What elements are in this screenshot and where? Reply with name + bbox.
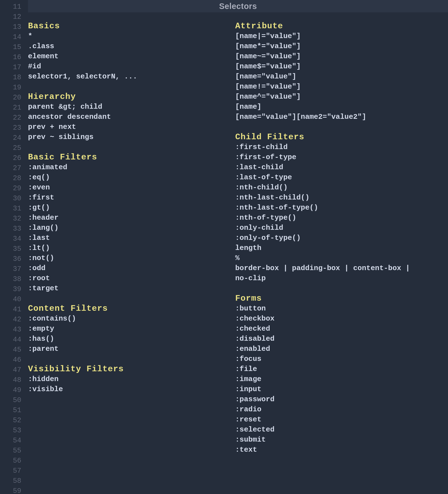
section: Visibility Filters:hidden:visible: [28, 364, 235, 394]
list-item: :has(): [28, 334, 235, 344]
list-item: no-clip: [235, 273, 448, 283]
line-number: 32: [0, 214, 21, 224]
list-item: %: [235, 253, 448, 263]
list-item: :image: [235, 374, 448, 384]
line-number: 13: [0, 22, 21, 32]
line-number: 53: [0, 426, 21, 436]
column-left: Basics*.classelement#idselector1, select…: [28, 21, 235, 455]
section-heading: Forms: [235, 293, 448, 303]
main-area: Selectors Basics*.classelement#idselecto…: [28, 0, 448, 494]
list-item: :lt(): [28, 243, 235, 253]
line-number: 43: [0, 325, 21, 335]
line-number: 56: [0, 456, 21, 466]
line-number: 22: [0, 113, 21, 123]
section: Basic Filters:animated:eq():even:first:g…: [28, 152, 235, 293]
line-number: 42: [0, 315, 21, 325]
section-heading: Basics: [28, 21, 235, 31]
line-number: 17: [0, 62, 21, 73]
list-item: :last-of-type: [235, 172, 448, 182]
list-item: :nth-last-child(): [235, 193, 448, 203]
section: Basics*.classelement#idselector1, select…: [28, 21, 235, 82]
line-number: 40: [0, 294, 21, 305]
line-number: 23: [0, 123, 21, 133]
list-item: :parent: [28, 344, 235, 354]
line-number: 11: [0, 2, 21, 12]
line-number: 50: [0, 395, 21, 405]
list-item: :file: [235, 364, 448, 374]
line-number: 36: [0, 254, 21, 264]
list-item: :contains(): [28, 314, 235, 324]
line-number: 12: [0, 12, 21, 22]
line-number: 25: [0, 143, 21, 153]
page-root: 1112131415161718192021222324252627282930…: [0, 0, 448, 494]
line-number: 41: [0, 305, 21, 315]
list-item: :reset: [235, 414, 448, 425]
line-number: 54: [0, 436, 21, 446]
list-item: [name="value"][name2="value2"]: [235, 112, 448, 122]
list-item: :empty: [28, 324, 235, 334]
list-item: selector1, selectorN, ...: [28, 71, 235, 82]
line-number: 31: [0, 204, 21, 214]
list-item: :animated: [28, 162, 235, 172]
list-item: :radio: [235, 404, 448, 414]
line-number: 46: [0, 355, 21, 365]
list-item: :root: [28, 273, 235, 283]
list-item: :last-child: [235, 162, 448, 172]
line-number: 35: [0, 244, 21, 254]
list-item: prev ~ siblings: [28, 132, 235, 142]
line-number-gutter: 1112131415161718192021222324252627282930…: [0, 0, 28, 494]
list-item: [name*="value"]: [235, 41, 448, 51]
section-heading: Child Filters: [235, 132, 448, 142]
section-heading: Hierarchy: [28, 92, 235, 102]
line-number: 48: [0, 375, 21, 385]
list-item: [name|="value"]: [235, 31, 448, 41]
list-item: [name]: [235, 102, 448, 112]
line-number: 21: [0, 103, 21, 113]
list-item: :selected: [235, 425, 448, 435]
list-item: :disabled: [235, 334, 448, 344]
list-item: :nth-of-type(): [235, 213, 448, 223]
list-item: element: [28, 51, 235, 61]
line-number: 39: [0, 284, 21, 294]
line-number: 34: [0, 234, 21, 244]
line-number: 44: [0, 335, 21, 345]
list-item: :nth-child(): [235, 182, 448, 193]
list-item: :submit: [235, 435, 448, 445]
list-item: :enabled: [235, 344, 448, 354]
line-number: 19: [0, 83, 21, 93]
list-item: :text: [235, 445, 448, 455]
line-number: 51: [0, 405, 21, 416]
list-item: [name$="value"]: [235, 61, 448, 71]
line-number: 27: [0, 163, 21, 173]
line-number: 59: [0, 486, 21, 494]
list-item: :button: [235, 303, 448, 314]
list-item: :only-of-type(): [235, 233, 448, 243]
line-number: 38: [0, 274, 21, 284]
column-right: Attribute[name|="value"][name*="value"][…: [235, 21, 448, 455]
list-item: :hidden: [28, 374, 235, 384]
line-number: 58: [0, 476, 21, 486]
list-item: :nth-last-of-type(): [235, 203, 448, 213]
line-number: 33: [0, 224, 21, 234]
list-item: :odd: [28, 263, 235, 273]
list-item: :last: [28, 233, 235, 243]
list-item: :even: [28, 182, 235, 193]
list-item: border-box | padding-box | content-box |: [235, 263, 448, 273]
line-number: 47: [0, 365, 21, 375]
line-number: 30: [0, 194, 21, 204]
section: Forms:button:checkbox:checked:disabled:e…: [235, 293, 448, 455]
list-item: :target: [28, 283, 235, 293]
section: Child Filters:first-child:first-of-type:…: [235, 132, 448, 283]
line-number: 16: [0, 52, 21, 62]
line-number: 28: [0, 173, 21, 184]
line-number: 18: [0, 73, 21, 83]
list-item: prev + next: [28, 122, 235, 132]
list-item: :visible: [28, 384, 235, 394]
list-item: .class: [28, 41, 235, 51]
list-item: [name="value"]: [235, 71, 448, 82]
list-item: ancestor descendant: [28, 112, 235, 122]
list-item: :password: [235, 394, 448, 404]
list-item: *: [28, 31, 235, 41]
line-number: 20: [0, 93, 21, 103]
list-item: [name^="value"]: [235, 92, 448, 102]
